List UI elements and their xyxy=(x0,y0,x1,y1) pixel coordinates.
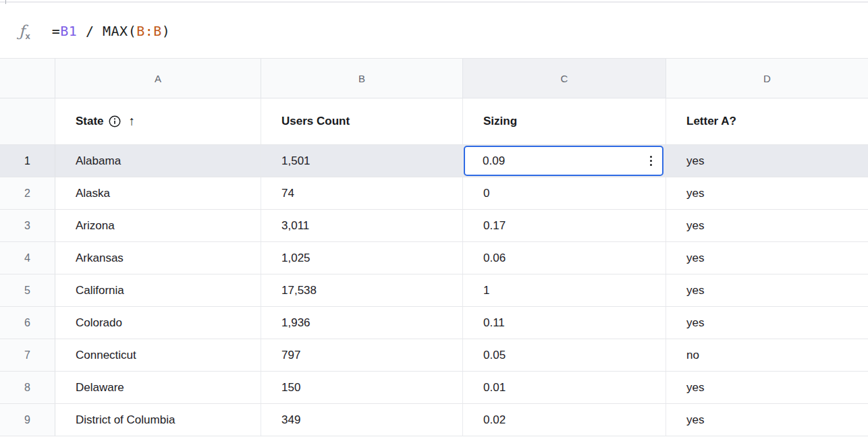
cell-state[interactable]: Colorado xyxy=(55,307,261,339)
corner-cell[interactable] xyxy=(0,59,55,98)
column-letter-row: A B C D xyxy=(0,59,868,98)
row-number[interactable]: 8 xyxy=(0,372,55,403)
field-header-corner xyxy=(0,98,55,144)
row-number[interactable]: 5 xyxy=(0,274,55,306)
table-row: 1 Alabama 1,501 0.09 yes xyxy=(0,145,868,177)
column-header-d[interactable]: D xyxy=(666,59,868,98)
column-header-c[interactable]: C xyxy=(463,59,666,98)
cell-sizing[interactable]: 0.17 xyxy=(463,210,666,241)
cell-sizing[interactable]: 0.06 xyxy=(463,242,666,274)
cell-letter-a[interactable]: yes xyxy=(666,177,868,209)
table-row: 2 Alaska 74 0 yes xyxy=(0,177,868,210)
cell-letter-a[interactable]: yes xyxy=(666,307,868,339)
row-number[interactable]: 1 xyxy=(0,145,55,177)
cell-users-count[interactable]: 1,501 xyxy=(261,145,463,177)
cell-letter-a[interactable]: yes xyxy=(666,274,868,306)
cell-state[interactable]: Arizona xyxy=(55,210,261,241)
row-number[interactable]: 3 xyxy=(0,210,55,241)
cell-users-count[interactable]: 797 xyxy=(261,339,463,371)
formula-part-plain: ) xyxy=(162,23,171,39)
table-body: 1 Alabama 1,501 0.09 yes 2 Alaska 74 0 y… xyxy=(0,145,868,436)
cell-users-count[interactable]: 1,936 xyxy=(261,307,463,339)
table-row: 4 Arkansas 1,025 0.06 yes xyxy=(0,242,868,274)
cell-sizing[interactable]: 1 xyxy=(463,274,666,306)
formula-part-cell-ref: B1 xyxy=(60,23,77,39)
table-row: 7 Connecticut 797 0.05 no xyxy=(0,339,868,372)
selected-cell-box[interactable]: 0.09 xyxy=(464,146,663,176)
field-header-sizing[interactable]: Sizing xyxy=(463,98,666,144)
field-header-users-count[interactable]: Users Count xyxy=(261,98,463,144)
cell-state[interactable]: Delaware xyxy=(55,372,261,403)
formula-part-plain: = xyxy=(52,23,61,39)
cell-users-count[interactable]: 150 xyxy=(261,372,463,403)
table-row: 5 California 17,538 1 yes xyxy=(0,274,868,307)
cell-state[interactable]: Connecticut xyxy=(55,339,261,371)
formula-input[interactable]: =B1 / MAX(B:B) xyxy=(52,23,171,39)
row-number[interactable]: 2 xyxy=(0,177,55,209)
row-number[interactable]: 9 xyxy=(0,404,55,436)
top-divider xyxy=(0,0,868,3)
field-header-state-label: State xyxy=(76,115,104,128)
cell-letter-a[interactable]: yes xyxy=(666,242,868,274)
row-number[interactable]: 6 xyxy=(0,307,55,339)
cell-sizing[interactable]: 0 xyxy=(463,177,666,209)
field-header-letter-a[interactable]: Letter A? xyxy=(666,98,868,144)
cell-state[interactable]: California xyxy=(55,274,261,306)
top-divider-tick xyxy=(5,0,6,4)
sort-ascending-icon: ↑ xyxy=(129,114,136,129)
cell-sizing[interactable]: 0.05 xyxy=(463,339,666,371)
table-row: 8 Delaware 150 0.01 yes xyxy=(0,372,868,404)
cell-letter-a[interactable]: yes xyxy=(666,145,868,177)
field-header-state[interactable]: State ↑ xyxy=(55,98,261,144)
field-header-row: State ↑ Users Count Sizing Letter A? xyxy=(0,98,868,145)
kebab-vertical-icon[interactable] xyxy=(647,154,655,169)
formula-bar[interactable]: ƒx =B1 / MAX(B:B) xyxy=(0,3,868,59)
cell-state[interactable]: Alabama xyxy=(55,145,261,177)
cell-users-count[interactable]: 1,025 xyxy=(261,242,463,274)
row-number[interactable]: 4 xyxy=(0,242,55,274)
table-row: 9 District of Columbia 349 0.02 yes xyxy=(0,404,868,436)
cell-sizing[interactable]: 0.01 xyxy=(463,372,666,403)
cell-state[interactable]: District of Columbia xyxy=(55,404,261,436)
formula-part-range-ref: B:B xyxy=(136,23,162,39)
fx-icon: ƒx xyxy=(19,22,30,40)
cell-sizing[interactable]: 0.11 xyxy=(463,307,666,339)
cell-letter-a[interactable]: yes xyxy=(666,404,868,436)
column-header-a[interactable]: A xyxy=(55,59,261,98)
spreadsheet-app: ƒx =B1 / MAX(B:B) A B C D State ↑ Users … xyxy=(0,0,868,436)
selected-cell-sizing[interactable]: 0.09 xyxy=(463,145,666,177)
top-divider-line xyxy=(0,1,868,3)
cell-users-count[interactable]: 349 xyxy=(261,404,463,436)
cell-users-count[interactable]: 3,011 xyxy=(261,210,463,241)
table-row: 6 Colorado 1,936 0.11 yes xyxy=(0,307,868,339)
selected-cell-value: 0.09 xyxy=(483,154,505,168)
info-icon[interactable] xyxy=(109,115,121,127)
formula-part-plain: / MAX( xyxy=(77,23,136,39)
cell-state[interactable]: Arkansas xyxy=(55,242,261,274)
cell-users-count[interactable]: 74 xyxy=(261,177,463,209)
column-header-b[interactable]: B xyxy=(261,59,463,98)
cell-letter-a[interactable]: yes xyxy=(666,210,868,241)
cell-letter-a[interactable]: no xyxy=(666,339,868,371)
cell-letter-a[interactable]: yes xyxy=(666,372,868,403)
cell-state[interactable]: Alaska xyxy=(55,177,261,209)
cell-sizing[interactable]: 0.02 xyxy=(463,404,666,436)
cell-users-count[interactable]: 17,538 xyxy=(261,274,463,306)
row-number[interactable]: 7 xyxy=(0,339,55,371)
table-row: 3 Arizona 3,011 0.17 yes xyxy=(0,210,868,242)
